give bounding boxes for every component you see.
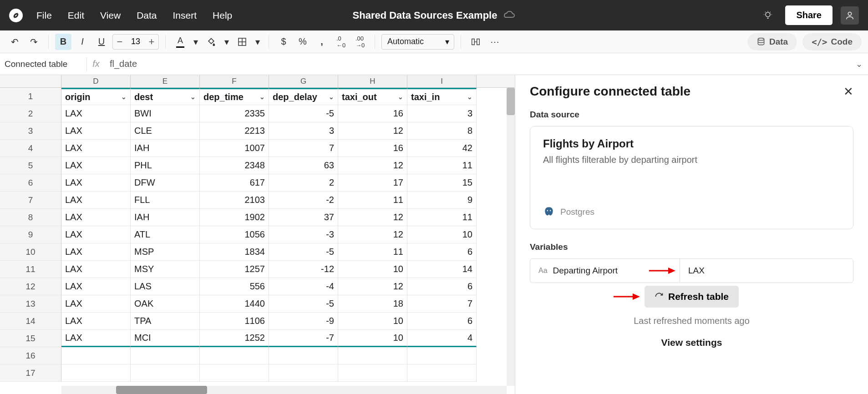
cell[interactable]: 556 [200,278,269,295]
horizontal-scrollbar[interactable] [61,386,507,394]
cell[interactable]: 10 [338,261,407,278]
formula-expand-icon[interactable]: ⌄ [850,59,868,69]
filter-chevron-icon[interactable]: ⌄ [467,93,472,101]
cell[interactable]: -3 [269,226,338,243]
cell-reference[interactable]: Connected table [0,59,86,69]
data-pill[interactable]: Data [747,33,797,51]
font-size-decrease[interactable]: − [113,36,127,48]
cell[interactable]: -9 [269,313,338,330]
fill-color-dropdown[interactable]: ▾ [222,34,231,50]
cell[interactable]: TPA [131,313,200,330]
underline-button[interactable]: U [93,34,110,50]
comma-button[interactable]: , [314,34,330,50]
vertical-scrollbar[interactable] [507,88,515,386]
cell[interactable]: ATL [131,226,200,243]
field-header[interactable]: taxi_in⌄ [407,88,477,105]
cell[interactable] [61,347,131,364]
cell[interactable]: DFW [131,174,200,192]
increase-decimal-button[interactable]: .00→0 [352,34,368,50]
font-size-increase[interactable]: + [145,36,158,48]
cell[interactable] [338,347,407,364]
cell[interactable]: LAX [61,243,131,261]
menu-help[interactable]: Help [213,10,232,21]
variable-value-input[interactable]: LAX [680,259,853,283]
cell[interactable]: 9 [407,192,477,209]
formula-input[interactable] [105,59,850,69]
cell[interactable]: -4 [269,278,338,295]
cell[interactable]: 2335 [200,105,269,122]
italic-button[interactable]: I [74,34,91,50]
cell[interactable] [407,364,477,382]
cell[interactable]: 42 [407,140,477,157]
cell[interactable]: 1252 [200,330,269,347]
cell[interactable]: 6 [407,278,477,295]
borders-button[interactable] [234,34,250,50]
cell[interactable]: CLE [131,122,200,140]
cell[interactable] [269,347,338,364]
cell[interactable]: 1440 [200,295,269,313]
column-header[interactable]: H [338,75,407,87]
cell[interactable]: 2213 [200,122,269,140]
row-header[interactable]: 12 [0,278,61,295]
cell[interactable] [338,364,407,382]
cell[interactable]: 18 [338,295,407,313]
percent-button[interactable]: % [294,34,311,50]
cell[interactable]: 11 [407,157,477,174]
cell[interactable]: -5 [269,243,338,261]
cell[interactable]: IAH [131,140,200,157]
field-header[interactable]: taxi_out⌄ [338,88,407,105]
cell[interactable]: LAX [61,330,131,347]
cell[interactable]: 6 [407,313,477,330]
redo-button[interactable]: ↷ [25,34,42,50]
cell[interactable]: 3 [269,122,338,140]
undo-button[interactable]: ↶ [6,34,23,50]
cell[interactable] [200,347,269,364]
cell[interactable]: 8 [407,122,477,140]
cell[interactable]: LAX [61,140,131,157]
cell[interactable]: -7 [269,330,338,347]
cell[interactable]: 617 [200,174,269,192]
cell[interactable]: MSY [131,261,200,278]
cell[interactable]: 7 [407,295,477,313]
cell[interactable] [407,347,477,364]
doc-title[interactable]: Shared Data Sources Example [353,10,516,21]
row-header[interactable]: 15 [0,330,61,347]
cell[interactable]: 2103 [200,192,269,209]
menu-data[interactable]: Data [137,10,157,21]
cell[interactable]: LAX [61,261,131,278]
cell[interactable]: 4 [407,330,477,347]
text-color-dropdown[interactable]: ▾ [191,34,200,50]
field-header[interactable]: origin⌄ [61,88,131,105]
cell[interactable]: -5 [269,295,338,313]
row-header[interactable]: 5 [0,157,61,174]
field-header[interactable]: dep_time⌄ [200,88,269,105]
cell[interactable]: FLL [131,192,200,209]
cell[interactable]: 12 [338,157,407,174]
cell[interactable]: LAX [61,226,131,243]
cell[interactable] [131,347,200,364]
cell[interactable]: LAS [131,278,200,295]
cell[interactable]: PHL [131,157,200,174]
cell[interactable]: MSP [131,243,200,261]
column-header[interactable]: I [407,75,477,87]
cell[interactable]: 1106 [200,313,269,330]
currency-button[interactable]: $ [275,34,292,50]
cell[interactable]: 1257 [200,261,269,278]
cell[interactable]: 12 [338,209,407,226]
code-pill[interactable]: </> Code [802,33,862,51]
cell[interactable]: -12 [269,261,338,278]
cell[interactable]: 12 [338,226,407,243]
cell[interactable]: -5 [269,105,338,122]
cell[interactable]: 12 [338,122,407,140]
wrap-text-button[interactable] [467,34,484,50]
cell[interactable]: LAX [61,209,131,226]
cell[interactable]: 15 [407,174,477,192]
cell[interactable]: 2 [269,174,338,192]
cell[interactable]: LAX [61,192,131,209]
more-button[interactable]: ⋯ [487,34,503,50]
cell[interactable]: 11 [338,192,407,209]
cell[interactable]: 6 [407,243,477,261]
cell[interactable]: IAH [131,209,200,226]
field-header[interactable]: dest⌄ [131,88,200,105]
cell[interactable]: LAX [61,278,131,295]
